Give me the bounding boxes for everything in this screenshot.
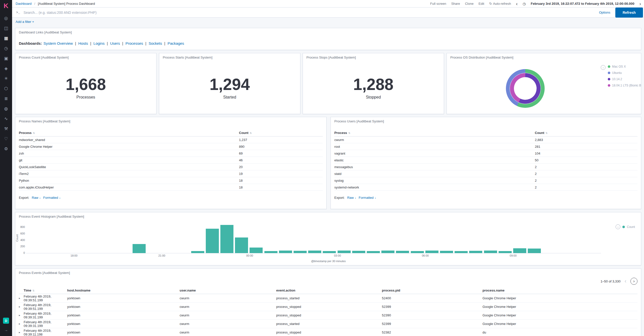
auto-refresh-button[interactable]: ↻Auto-refresh	[489, 2, 511, 6]
dashboard-link-system-overview[interactable]: System Overview	[44, 41, 73, 45]
column-header-process[interactable]: Process⇅	[19, 131, 239, 135]
maps-icon[interactable]: ◈	[0, 63, 12, 73]
dashboard-link-sockets[interactable]: Sockets	[149, 41, 162, 45]
column-header-username[interactable]: user.name	[180, 289, 276, 292]
cell-count: 1,237	[239, 138, 323, 142]
table-row: syslog2	[334, 177, 637, 184]
column-header-time[interactable]: Time⇅	[24, 289, 67, 292]
canvas-icon[interactable]: ▣	[0, 53, 12, 63]
pagination: 1–50 of 3,330 ‹ ›	[600, 278, 637, 285]
cell-process: QuickLookSatellite	[19, 165, 239, 169]
table-row: git46	[19, 157, 323, 164]
metric-label: Stopped	[303, 95, 444, 100]
edit-button[interactable]: Edit	[478, 2, 484, 6]
previous-page-icon[interactable]: ‹	[625, 278, 626, 284]
sort-icon: ⇅	[32, 289, 34, 292]
uptime-icon[interactable]: ∿	[0, 114, 12, 124]
search-input[interactable]	[23, 10, 594, 15]
cell-count: 2	[535, 172, 637, 176]
dev-tools-icon[interactable]: ⚒	[0, 124, 12, 134]
kibana-logo[interactable]: K	[0, 0, 12, 12]
column-header-process[interactable]: Process⇅	[334, 131, 535, 135]
options-link[interactable]: Options	[599, 11, 610, 14]
cell-count: 104	[535, 152, 637, 155]
breadcrumb-dashboard-link[interactable]: Dashboard	[16, 2, 32, 6]
next-page-icon[interactable]: ›	[630, 278, 637, 285]
table-row: Google Chrome Helper890	[19, 143, 323, 150]
dashboard-link-processes[interactable]: Processes	[126, 41, 143, 45]
legend-dot	[622, 226, 625, 228]
x-axis-tick: 06:00	[418, 254, 433, 257]
x-axis-caption: @timestamp per 30 minutes	[15, 260, 641, 263]
donut-hole	[514, 77, 537, 100]
expand-row-icon[interactable]: ▸	[19, 305, 24, 308]
share-button[interactable]: Share	[451, 2, 460, 6]
expand-row-icon[interactable]: ▸	[19, 297, 24, 300]
management-icon[interactable]: ⚙	[0, 144, 12, 154]
export-formatted-link[interactable]: Formatted ↓	[359, 196, 376, 200]
column-header-action[interactable]: event.action	[276, 289, 382, 292]
refresh-button[interactable]: Refresh	[615, 8, 643, 18]
expand-sidebar-icon[interactable]: →	[4, 328, 8, 332]
dashboard-link-hosts[interactable]: Hosts	[78, 41, 88, 45]
legend-toggle-icon[interactable]: ›	[616, 224, 620, 229]
cell-process: syslog	[334, 179, 535, 182]
expand-row-icon[interactable]: ▸	[19, 331, 24, 334]
timelion-icon[interactable]: ◷	[0, 43, 12, 53]
time-previous-icon[interactable]: ‹	[516, 1, 517, 6]
infrastructure-icon[interactable]: ⬡	[0, 83, 12, 93]
apm-icon[interactable]: ◍	[0, 104, 12, 114]
legend-toggle-icon[interactable]: ›	[601, 65, 606, 70]
sort-icon: ⇅	[33, 132, 35, 134]
column-header-process-name[interactable]: process.name	[482, 289, 637, 292]
legend-item[interactable]: 18.04.1 LTS (Bionic B...	[608, 82, 641, 88]
time-range-picker[interactable]: February 3rd 2019, 16:22:07.472 to Febru…	[531, 2, 634, 6]
legend-dot	[608, 65, 610, 68]
dashboard-link-users[interactable]: Users	[110, 41, 120, 45]
table-row: messagebus2	[334, 164, 637, 170]
visualize-icon[interactable]: ◫	[0, 23, 12, 33]
export-formatted-link[interactable]: Formatted ↓	[43, 196, 61, 200]
export-raw-link[interactable]: Raw ↓	[347, 196, 356, 200]
clone-button[interactable]: Clone	[465, 2, 473, 6]
panel-title: Process OS Distribution [Auditbeat Syste…	[450, 56, 513, 59]
dashboard-icon[interactable]: ▦	[0, 33, 12, 43]
table-row: com.apple.iCloudHelper18	[19, 184, 323, 191]
legend-label: 18.04.1 LTS (Bionic B...	[612, 84, 641, 87]
donut-inner-ring[interactable]	[510, 73, 541, 104]
cell-time: February 4th 2019, 09:39:31.199	[24, 312, 67, 319]
column-header-pid[interactable]: process.pid	[382, 289, 482, 292]
time-next-icon[interactable]: ›	[639, 1, 641, 6]
download-icon: ↓	[39, 196, 41, 200]
full-screen-button[interactable]: Full screen	[430, 2, 446, 6]
space-avatar-default[interactable]: D	[3, 318, 9, 324]
expand-row-icon[interactable]: ▸	[19, 314, 24, 317]
legend-item[interactable]: 10.14.2	[608, 76, 641, 82]
cell-count: 50	[535, 158, 637, 162]
metric-label: Processes	[15, 95, 156, 100]
column-header-hostname[interactable]: host.hostname	[67, 289, 180, 292]
panel-process-names: Process Names [Auditbeat System] Process…	[15, 117, 327, 209]
machine-learning-icon[interactable]: ✳	[0, 73, 12, 83]
clock-icon: ◷	[523, 2, 526, 6]
export-label: Export:	[19, 196, 29, 200]
panel-process-stops: Process Stops [Auditbeat System] 1,288 S…	[303, 53, 444, 114]
link-separator: |	[75, 41, 76, 45]
column-header-count[interactable]: Count⇅	[535, 131, 637, 135]
logs-icon[interactable]: ≣	[0, 93, 12, 104]
add-filter-link[interactable]: Add a filter +	[16, 20, 34, 24]
table-row: statd2	[334, 170, 637, 177]
dashboard-link-packages[interactable]: Packages	[168, 41, 184, 45]
legend-item[interactable]: Ubuntu	[608, 70, 641, 76]
expand-row-icon[interactable]: ▸	[19, 322, 24, 325]
dashboard-link-logins[interactable]: Logins	[94, 41, 105, 45]
histogram-legend: › Count	[616, 224, 635, 229]
column-header-count[interactable]: Count⇅	[239, 131, 323, 135]
link-separator: |	[145, 41, 146, 45]
donut-chart[interactable]	[506, 69, 545, 108]
discover-icon[interactable]: ◎	[0, 13, 12, 23]
export-raw-link[interactable]: Raw ↓	[32, 196, 41, 200]
legend-label[interactable]: Count	[627, 225, 635, 229]
monitoring-icon[interactable]: ♡	[0, 134, 12, 144]
legend-item[interactable]: Mac OS X	[608, 63, 641, 70]
